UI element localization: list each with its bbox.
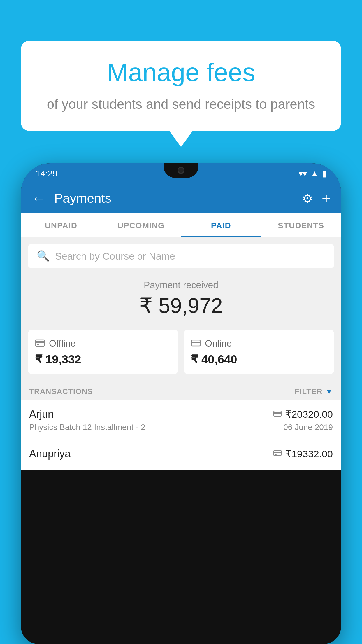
- transaction-amount: ₹20320.00: [285, 408, 333, 420]
- course-info: Physics Batch 12 Installment - 2: [29, 423, 145, 432]
- back-button[interactable]: ←: [31, 190, 45, 206]
- payment-cards: Offline ₹ 19,332 Online ₹ 40,640: [21, 324, 341, 380]
- speech-bubble: Manage fees of your students and send re…: [21, 41, 341, 131]
- svg-rect-4: [191, 342, 200, 343]
- tabs-container: UNPAID UPCOMING PAID STUDENTS: [21, 213, 341, 237]
- transactions-header: TRANSACTIONS FILTER ▼: [21, 380, 341, 400]
- online-icon: [191, 338, 201, 349]
- camera: [178, 167, 184, 174]
- search-placeholder-text: Search by Course or Name: [55, 251, 175, 262]
- status-bar: 14:29 ▾▾ ▲ ▮: [21, 163, 341, 184]
- transaction-row[interactable]: Arjun ₹20320.00 Physics Batch 12 Install…: [21, 400, 341, 440]
- app-bar-title: Payments: [54, 191, 293, 206]
- status-time: 14:29: [36, 169, 57, 178]
- signal-icon: ▲: [310, 169, 319, 178]
- transaction-amount: ₹19332.00: [285, 448, 333, 460]
- battery-icon: ▮: [322, 169, 326, 178]
- payment-received-amount: ₹ 59,972: [28, 293, 334, 318]
- phone-content: 🔍 Search by Course or Name Payment recei…: [21, 237, 341, 470]
- transaction-top: Arjun ₹20320.00: [29, 408, 333, 420]
- speech-bubble-section: Manage fees of your students and send re…: [21, 41, 341, 147]
- online-label: Online: [205, 338, 232, 349]
- notch: [164, 163, 198, 178]
- wifi-icon: ▾▾: [299, 169, 307, 178]
- app-bar: ← Payments ⚙ +: [21, 184, 341, 213]
- speech-bubble-subtitle: of your students and send receipts to pa…: [44, 95, 318, 113]
- tab-students[interactable]: STUDENTS: [261, 213, 341, 237]
- student-name: Anupriya: [29, 448, 71, 460]
- tab-paid[interactable]: PAID: [181, 213, 261, 237]
- filter-label: FILTER: [295, 387, 322, 396]
- filter-section[interactable]: FILTER ▼: [295, 387, 333, 396]
- svg-rect-1: [36, 341, 44, 343]
- transactions-label: TRANSACTIONS: [29, 387, 93, 396]
- speech-bubble-arrow: [169, 131, 193, 147]
- online-payment-icon: [273, 410, 282, 419]
- offline-payment-icon: [273, 449, 282, 459]
- student-name: Arjun: [29, 408, 54, 420]
- date-info: 06 June 2019: [283, 423, 333, 432]
- online-card-header: Online: [191, 338, 327, 349]
- phone-frame: 14:29 ▾▾ ▲ ▮ ← Payments ⚙ + UNPAID UPCOM…: [21, 163, 341, 644]
- add-button[interactable]: +: [322, 190, 331, 207]
- amount-section: ₹19332.00: [273, 448, 333, 460]
- svg-rect-8: [274, 452, 281, 453]
- search-icon: 🔍: [37, 250, 50, 262]
- tab-upcoming[interactable]: UPCOMING: [101, 213, 181, 237]
- status-icons: ▾▾ ▲ ▮: [299, 169, 326, 178]
- offline-card-header: Offline: [35, 338, 171, 349]
- svg-rect-2: [37, 344, 39, 345]
- filter-icon: ▼: [325, 387, 333, 396]
- transaction-bottom: Physics Batch 12 Installment - 2 06 June…: [29, 423, 333, 432]
- online-card: Online ₹ 40,640: [184, 330, 334, 374]
- offline-amount: ₹ 19,332: [35, 353, 171, 366]
- amount-section: ₹20320.00: [273, 408, 333, 420]
- search-bar[interactable]: 🔍 Search by Course or Name: [28, 244, 334, 268]
- svg-rect-6: [274, 412, 281, 414]
- svg-rect-9: [275, 454, 277, 455]
- settings-icon[interactable]: ⚙: [302, 191, 313, 206]
- transaction-row[interactable]: Anupriya ₹19332.00: [21, 440, 341, 470]
- tab-unpaid[interactable]: UNPAID: [21, 213, 101, 237]
- online-amount: ₹ 40,640: [191, 353, 327, 366]
- offline-label: Offline: [49, 338, 76, 349]
- offline-card: Offline ₹ 19,332: [28, 330, 178, 374]
- offline-icon: [35, 338, 45, 349]
- transaction-top: Anupriya ₹19332.00: [29, 448, 333, 460]
- payment-received-section: Payment received ₹ 59,972: [21, 268, 341, 324]
- payment-received-label: Payment received: [28, 280, 334, 290]
- speech-bubble-title: Manage fees: [44, 58, 318, 87]
- app-bar-icons: ⚙ +: [302, 190, 331, 207]
